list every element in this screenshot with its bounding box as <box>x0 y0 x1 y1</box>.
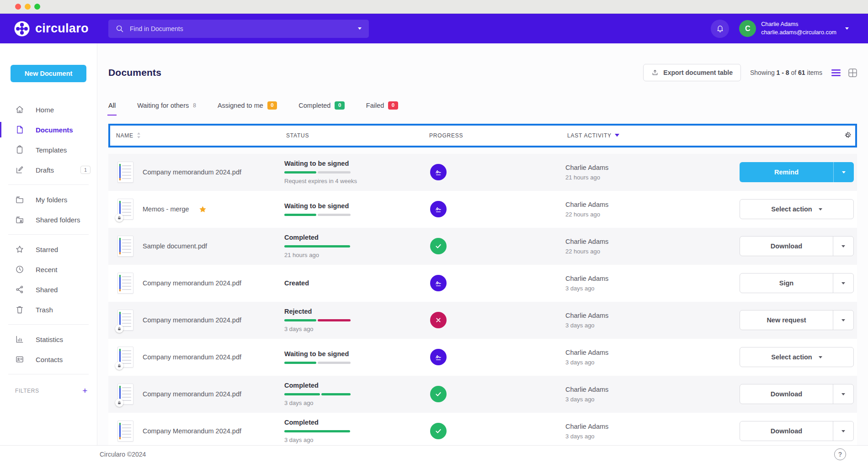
row-action-button[interactable]: Download <box>740 236 854 256</box>
sidebar-divider <box>8 324 89 325</box>
row-action-button[interactable]: Sign <box>740 273 854 293</box>
sidebar-item-templates[interactable]: Templates <box>0 140 97 160</box>
caret-down-icon[interactable] <box>615 134 619 137</box>
export-document-table-button[interactable]: Export document table <box>643 64 741 81</box>
last-activity-time: 22 hours ago <box>565 248 737 255</box>
action-dropdown-caret[interactable] <box>833 421 853 441</box>
sidebar-item-recent[interactable]: Recent <box>0 259 97 279</box>
sidebar-item-contacts[interactable]: Contacts <box>0 349 97 369</box>
action-dropdown-caret[interactable] <box>833 384 853 404</box>
action-label: Download <box>740 421 833 441</box>
grid-view-icon[interactable] <box>848 68 857 77</box>
tab-label: Completed <box>298 102 330 109</box>
window-zoom-button[interactable] <box>34 4 40 10</box>
search-scope-caret-icon[interactable] <box>358 27 362 30</box>
document-row[interactable]: Sample document.pdf Completed 21 hours a… <box>108 228 857 265</box>
last-activity-time: 3 days ago <box>565 396 737 403</box>
document-name[interactable]: Company memorandum 2024.pdf <box>143 390 241 398</box>
check-icon-badge <box>430 423 447 439</box>
row-action-button[interactable]: Remind <box>740 162 854 182</box>
sidebar-item-starred[interactable]: Starred <box>0 239 97 259</box>
document-row[interactable]: Company memorandum 2024.pdf Waiting to b… <box>108 154 857 191</box>
sidebar-menu: Home Documents Templates Drafts 1 My fol… <box>0 100 97 369</box>
trash-icon <box>15 305 24 314</box>
tab-all[interactable]: All <box>108 101 116 116</box>
window-minimize-button[interactable] <box>25 4 31 10</box>
action-label: Download <box>740 384 833 404</box>
sidebar-item-documents[interactable]: Documents <box>0 120 97 140</box>
status-text: Completed <box>284 419 427 426</box>
document-row[interactable]: Company memorandum 2024.pdf Created Char… <box>108 265 857 302</box>
global-search-input[interactable]: Find in Documents <box>108 20 369 38</box>
tab-assigned-to-me[interactable]: Assigned to me0 <box>218 101 277 116</box>
notifications-button[interactable] <box>711 20 729 38</box>
sidebar-item-statistics[interactable]: Statistics <box>0 329 97 349</box>
document-row[interactable]: Memos - merge Waiting to be signed Charl… <box>108 191 857 228</box>
sidebar-item-shared-folders[interactable]: Shared folders <box>0 210 97 230</box>
column-progress-label[interactable]: PROGRESS <box>429 132 463 139</box>
star-filled-icon[interactable] <box>198 205 207 214</box>
document-name[interactable]: Company memorandum 2024.pdf <box>143 353 241 361</box>
sidebar-item-my-folders[interactable]: My folders <box>0 189 97 210</box>
tab-failed[interactable]: Failed0 <box>366 101 398 116</box>
sort-arrows-icon[interactable] <box>137 132 141 138</box>
question-mark-icon[interactable]: ? <box>834 448 846 460</box>
search-icon <box>116 25 124 33</box>
sidebar-item-home[interactable]: Home <box>0 100 97 120</box>
document-thumbnail-icon <box>117 199 133 220</box>
sidebar-item-label: Templates <box>36 146 67 154</box>
user-menu[interactable]: C Charlie Adams charlie.adams@circularo.… <box>739 20 849 37</box>
action-dropdown-caret[interactable] <box>833 237 853 256</box>
document-row[interactable]: Company memorandum 2024.pdf Completed 3 … <box>108 376 857 413</box>
tab-label: Failed <box>366 102 384 109</box>
row-action-button[interactable]: Select action <box>740 347 854 367</box>
row-action-button[interactable]: Select action <box>740 199 854 219</box>
row-action-button[interactable]: Download <box>740 384 854 404</box>
add-filter-button[interactable]: + <box>82 386 88 395</box>
action-label: Select action <box>771 353 812 361</box>
status-text: Completed <box>284 234 427 241</box>
column-name-label[interactable]: NAME <box>116 132 133 139</box>
document-row[interactable]: Company Memorandum 2024.pdf Completed 3 … <box>108 413 857 450</box>
document-row[interactable]: Company memorandum 2024.pdf Waiting to b… <box>108 339 857 376</box>
tab-waiting-for-others[interactable]: Waiting for others8 <box>137 101 196 116</box>
status-text: Completed <box>284 382 427 389</box>
gear-icon[interactable] <box>843 131 852 140</box>
action-dropdown-caret[interactable] <box>833 162 854 182</box>
last-activity-actor: Charlie Adams <box>565 386 737 393</box>
document-name[interactable]: Company memorandum 2024.pdf <box>143 279 241 287</box>
sidebar-item-trash[interactable]: Trash <box>0 300 97 320</box>
document-row[interactable]: Company memorandum 2024.pdf Rejected 3 d… <box>108 302 857 339</box>
status-text: Waiting to be signed <box>284 202 427 210</box>
sidebar-item-drafts[interactable]: Drafts 1 <box>0 160 97 180</box>
tab-completed[interactable]: Completed0 <box>298 101 345 116</box>
brand-logo[interactable]: circularo <box>0 21 97 37</box>
row-action-button[interactable]: New request <box>740 310 854 330</box>
sidebar-item-label: My folders <box>36 196 67 204</box>
document-name[interactable]: Company memorandum 2024.pdf <box>143 316 241 324</box>
last-activity-actor: Charlie Adams <box>565 423 737 430</box>
action-dropdown-caret[interactable] <box>833 274 853 293</box>
column-last-activity-label[interactable]: LAST ACTIVITY <box>567 132 612 139</box>
last-activity-actor: Charlie Adams <box>565 275 737 282</box>
tab-count-badge: 0 <box>335 101 344 110</box>
new-document-button[interactable]: New Document <box>11 65 86 82</box>
document-thumbnail-icon <box>117 310 133 331</box>
signature-icon-badge <box>430 275 447 291</box>
document-name[interactable]: Company Memorandum 2024.pdf <box>143 427 241 435</box>
list-view-icon[interactable] <box>831 69 841 76</box>
sidebar-item-label: Shared <box>36 286 58 294</box>
last-activity-time: 21 hours ago <box>565 174 737 181</box>
action-dropdown-caret[interactable] <box>833 310 853 330</box>
sidebar-item-shared[interactable]: Shared <box>0 279 97 300</box>
app-header: circularo Find in Documents C Charlie Ad… <box>0 14 868 43</box>
document-name[interactable]: Memos - merge <box>143 205 189 213</box>
document-name[interactable]: Company memorandum 2024.pdf <box>143 168 241 176</box>
last-activity-actor: Charlie Adams <box>565 201 737 208</box>
window-close-button[interactable] <box>15 4 21 10</box>
progress-bar <box>284 245 351 247</box>
row-action-button[interactable]: Download <box>740 421 854 441</box>
column-status-label[interactable]: STATUS <box>286 132 309 139</box>
document-name[interactable]: Sample document.pdf <box>143 242 207 250</box>
document-thumbnail-icon <box>117 384 133 405</box>
